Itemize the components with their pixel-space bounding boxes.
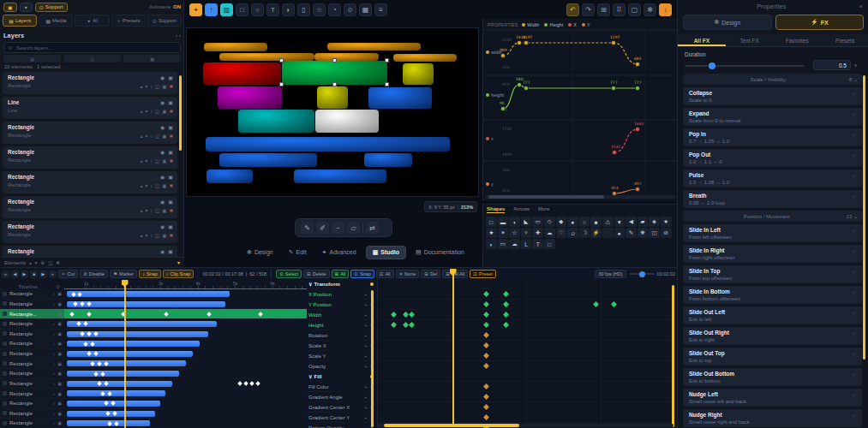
transport-3[interactable]: ■	[30, 270, 38, 278]
prop-row-gradient-angle[interactable]: Gradient Angle+✕	[307, 392, 375, 402]
delete-layer-icon[interactable]: ✖	[169, 233, 173, 238]
green-rect[interactable]	[282, 61, 387, 85]
fx-section-header[interactable]: Scale / Visibility8 ⌄	[683, 74, 862, 85]
layer-action-icon-0[interactable]: ▴	[141, 134, 143, 139]
delete-layer-icon[interactable]: ✖	[169, 208, 173, 213]
lock-icon[interactable]: ▣	[168, 99, 173, 105]
prop-row-gradient-center-y[interactable]: Gradient Center Y+✕	[307, 413, 375, 423]
fx-item-collapse[interactable]: CollapseScale to 0☆	[683, 87, 862, 105]
track-lock-icon[interactable]: ▣	[57, 401, 62, 406]
teal-rect[interactable]	[238, 110, 314, 133]
layer-action-icon-4[interactable]: ▣	[162, 183, 166, 188]
layer-item[interactable]: RectangleRectangle◉▣▴▾↕◫▣✖	[3, 171, 177, 193]
fx-item-slide-in-right[interactable]: Slide In RightFrom right offscreen☆	[683, 245, 862, 263]
shape-parallelogram[interactable]: ▰	[638, 217, 649, 227]
layer-action-icon-0[interactable]: ▴	[141, 183, 143, 188]
footer-icon-0[interactable]: ▴	[29, 260, 32, 265]
favorite-star-icon[interactable]: ☆	[852, 290, 857, 297]
fx-subtab-favorites[interactable]: Favorites	[774, 34, 822, 46]
track-checkbox[interactable]	[3, 401, 7, 406]
fx-item-nudge-right[interactable]: Nudge RightSmall move right and back☆	[683, 409, 862, 427]
shape-bar[interactable]: ▬	[498, 217, 509, 227]
lock-icon[interactable]: ▣	[168, 174, 173, 180]
track-mute-icon[interactable]: ♪	[53, 291, 56, 296]
add-keyframe-icon[interactable]: +	[364, 292, 367, 297]
timeline-clip-snap-button[interactable]: ♪Clip Snap	[163, 270, 195, 278]
add-keyframe-icon[interactable]: +	[364, 405, 367, 410]
transport-1[interactable]: ◀	[11, 270, 19, 278]
clip-bar[interactable]	[67, 360, 186, 366]
layer-action-icon-1[interactable]: ▾	[145, 109, 147, 114]
layers-filter-0[interactable]: ▤	[3, 55, 61, 62]
shape-rounded-bar[interactable]: ▭	[498, 239, 509, 249]
layer-action-icon-0[interactable]: ▴	[141, 158, 143, 163]
zoom-slider-knob[interactable]	[639, 271, 645, 277]
track-clip-lane[interactable]	[64, 409, 307, 419]
visibility-icon[interactable]: ◉	[160, 248, 165, 254]
prop-row-height[interactable]: Height+✕	[307, 320, 375, 330]
sidebar-tab-media[interactable]: ▦Media	[39, 15, 73, 27]
chart-tool-button[interactable]: ▥	[220, 3, 233, 16]
footer-icon-4[interactable]: ✖	[56, 260, 60, 265]
prop-row-x-position[interactable]: X Position+✕	[307, 289, 375, 300]
support-button[interactable]: ⊙Support	[35, 3, 68, 12]
lock-icon[interactable]: ▣	[168, 223, 173, 229]
shape-pencil-shape[interactable]: ✎	[626, 228, 637, 238]
track-lock-icon[interactable]: ▣	[57, 312, 62, 317]
visibility-icon[interactable]: ◉	[160, 149, 165, 155]
properties-tab-design[interactable]: ✻Design	[683, 15, 772, 30]
search-input[interactable]	[15, 45, 177, 51]
favorite-star-icon[interactable]: ☆	[852, 393, 857, 400]
track-row-name[interactable]: Rectangle♪▣	[0, 289, 64, 300]
track-clip-lane[interactable]	[64, 349, 307, 360]
shape-pentagon[interactable]: ◆	[556, 217, 567, 227]
favorite-star-icon[interactable]: ☆	[852, 352, 857, 359]
upload-button[interactable]: ↑	[205, 3, 218, 16]
clip-keyframe[interactable]	[87, 312, 92, 317]
emoji-tool[interactable]: ☺	[344, 3, 356, 16]
sidebar-tab-support[interactable]: ⊙Support	[147, 15, 182, 27]
duplicate-button[interactable]: ▢	[628, 3, 641, 16]
layer-action-icon-1[interactable]: ▾	[145, 134, 147, 139]
layer-action-icon-3[interactable]: ◫	[155, 208, 159, 213]
fx-item-breath[interactable]: Breath0.95 → 1.0 loop☆	[683, 190, 862, 208]
track-lock-icon[interactable]: ▣	[57, 351, 62, 356]
track-clip-lane[interactable]	[64, 319, 307, 330]
shape-semicircle[interactable]: ◖	[509, 217, 520, 227]
track-checkbox[interactable]	[3, 421, 7, 425]
timeline-marker-button[interactable]: ⚑Marker	[110, 270, 137, 278]
track-clip-lane[interactable]	[64, 369, 307, 379]
footer-icon-3[interactable]: ◫	[48, 260, 52, 265]
fx-item-slide-out-bottom[interactable]: Slide Out BottomExit to bottom☆	[683, 368, 862, 386]
properties-tab-fx[interactable]: ⚡FX	[775, 15, 865, 30]
shape-star[interactable]: ★	[661, 217, 672, 227]
selection-handle[interactable]	[333, 59, 336, 62]
yellow-rect[interactable]	[317, 86, 348, 109]
blue-bar[interactable]	[219, 153, 317, 167]
shape-pill[interactable]: ▭	[532, 217, 543, 227]
selection-handle[interactable]	[333, 83, 336, 86]
track-row-name[interactable]: Rectangle♪▣	[0, 399, 64, 409]
track-lock-icon[interactable]: ▣	[57, 381, 62, 386]
track-lock-icon[interactable]: ▣	[57, 371, 62, 376]
layer-action-icon-4[interactable]: ▣	[162, 208, 166, 213]
shape-right-triangle[interactable]: ◣	[521, 217, 532, 227]
track-row-name[interactable]: Rectangle...♪▣	[0, 309, 64, 319]
slider-knob[interactable]	[709, 62, 715, 69]
timeline-playhead[interactable]	[124, 280, 126, 428]
keyframe-diamond[interactable]	[503, 301, 509, 307]
layer-item[interactable]: RectangleRectangle◉▣▴▾↕◫▣✖	[3, 72, 177, 94]
shape-square[interactable]: ■	[590, 217, 602, 227]
kf-none-button[interactable]: ✕None	[396, 270, 420, 278]
palette-tab-arrows[interactable]: Arrows	[513, 206, 530, 213]
layer-action-icon-1[interactable]: ▾	[145, 158, 147, 163]
layer-action-icon-1[interactable]: ▾	[145, 233, 147, 238]
clip-keyframe[interactable]	[249, 381, 254, 386]
clip-keyframe[interactable]	[243, 381, 248, 386]
layer-action-icon-2[interactable]: ↕	[150, 233, 153, 238]
fx-item-slide-out-top[interactable]: Slide Out TopExit to top☆	[683, 348, 862, 366]
keyframe-vscrollbar[interactable]	[672, 285, 674, 427]
fx-subtab-text-fx[interactable]: Text FX	[726, 34, 774, 46]
shape-heart[interactable]: ♡	[556, 228, 567, 238]
timeline-zoom-icon[interactable]: ⊙	[56, 283, 60, 289]
